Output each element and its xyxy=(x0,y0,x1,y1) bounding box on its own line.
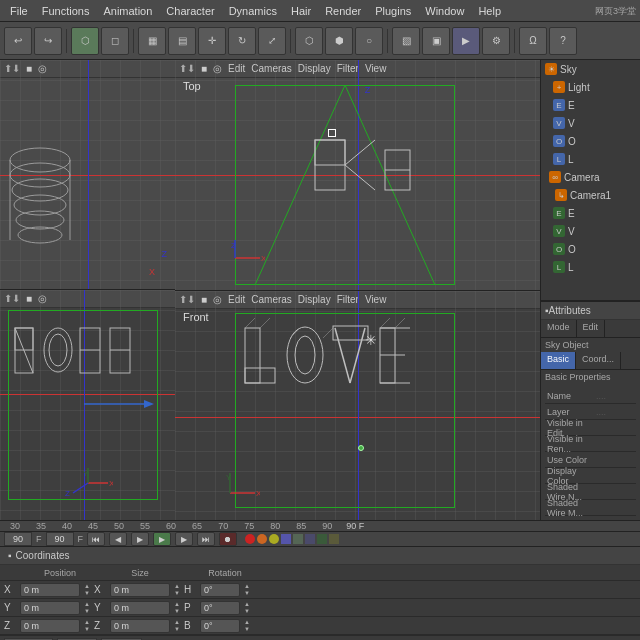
coord-z-pos-steps[interactable]: ▲▼ xyxy=(84,619,90,633)
coord-y-pos-steps[interactable]: ▲▼ xyxy=(84,601,90,615)
circle-sel-button[interactable]: ○ xyxy=(355,27,383,55)
btn-next-frame[interactable]: ▶ xyxy=(175,532,193,546)
xref-button[interactable]: Ω xyxy=(519,27,547,55)
coord-row-x: X ▲▼ X ▲▼ H ▲▼ xyxy=(0,581,640,599)
svg-point-3 xyxy=(14,195,66,215)
coord-x-size[interactable] xyxy=(110,583,170,597)
svg-line-30 xyxy=(345,165,375,190)
film-button[interactable]: ▦ xyxy=(138,27,166,55)
tree-item-l2[interactable]: L L xyxy=(541,258,640,276)
btn-play[interactable]: ▶ xyxy=(131,532,149,546)
help-button[interactable]: ? xyxy=(549,27,577,55)
frame-input-end[interactable] xyxy=(46,532,74,546)
coord-y-pos[interactable] xyxy=(20,601,80,615)
btn-record[interactable]: ⏺ xyxy=(219,532,237,546)
coord-x-size-steps[interactable]: ▲▼ xyxy=(174,583,180,597)
menu-file[interactable]: File xyxy=(4,3,34,19)
attr-subtab-coord[interactable]: Coord... xyxy=(576,352,621,369)
viewport-bottom-left[interactable]: ⬆⬇ ■ ◎ xyxy=(0,290,175,520)
tree-icon-v1: V xyxy=(553,117,565,129)
tree-item-light[interactable]: + Light xyxy=(541,78,640,96)
coord-z-rot[interactable] xyxy=(200,619,240,633)
axis-x-tl: X xyxy=(149,267,155,277)
axis-svg-tc: X Z xyxy=(205,238,265,273)
coord-z-pos[interactable] xyxy=(20,619,80,633)
tree-item-e2[interactable]: E E xyxy=(541,204,640,222)
coord-z-size[interactable] xyxy=(110,619,170,633)
coord-y-rot-steps[interactable]: ▲▼ xyxy=(244,601,250,615)
render-settings-button[interactable]: ⚙ xyxy=(482,27,510,55)
tree-item-sky[interactable]: ☀ Sky xyxy=(541,60,640,78)
btn-go-end[interactable]: ⏭ xyxy=(197,532,215,546)
tree-item-camera[interactable]: ∞ Camera xyxy=(541,168,640,186)
coord-y-size-steps[interactable]: ▲▼ xyxy=(174,601,180,615)
tree-label-sky: Sky xyxy=(560,64,577,75)
tree-item-camera1[interactable]: ↳ Camera1 xyxy=(541,186,640,204)
attr-key-layer: Layer xyxy=(547,407,592,417)
strip-button[interactable]: ▤ xyxy=(168,27,196,55)
move-button[interactable]: ✛ xyxy=(198,27,226,55)
status-dot-2 xyxy=(257,534,267,544)
transform-handle-bl[interactable] xyxy=(84,394,98,408)
timeline-frame-label: 90 F xyxy=(346,521,364,531)
coord-x-rot-steps[interactable]: ▲▼ xyxy=(244,583,250,597)
wireframe-tl xyxy=(0,60,175,290)
render-preview-button[interactable]: ▣ xyxy=(422,27,450,55)
menu-hair[interactable]: Hair xyxy=(285,3,317,19)
svg-line-42 xyxy=(350,328,365,383)
svg-rect-9 xyxy=(15,328,33,350)
coord-y-size[interactable] xyxy=(110,601,170,615)
menu-help[interactable]: Help xyxy=(472,3,507,19)
attr-tab-edit[interactable]: Edit xyxy=(577,320,606,337)
viewport-top-left[interactable]: ⬆⬇ ■ ◎ xyxy=(0,60,175,290)
btn-go-start[interactable]: ⏮ xyxy=(87,532,105,546)
frame-input-start[interactable] xyxy=(4,532,32,546)
menu-character[interactable]: Character xyxy=(160,3,220,19)
rotate-button[interactable]: ↻ xyxy=(228,27,256,55)
menu-animation[interactable]: Animation xyxy=(97,3,158,19)
attr-subtab-basic[interactable]: Basic xyxy=(541,352,576,369)
coord-z-rot-steps[interactable]: ▲▼ xyxy=(244,619,250,633)
tree-label-camera1: Camera1 xyxy=(570,190,611,201)
tree-item-v1[interactable]: V V xyxy=(541,114,640,132)
lasso-button[interactable]: ⬢ xyxy=(325,27,353,55)
coord-z-rot-label: B xyxy=(184,620,196,631)
svg-point-0 xyxy=(10,148,70,172)
scale-button[interactable]: ⤢ xyxy=(258,27,286,55)
status-box-1 xyxy=(281,534,291,544)
undo-button[interactable]: ↩ xyxy=(4,27,32,55)
object-button[interactable]: ⬡ xyxy=(71,27,99,55)
coord-x-pos-steps[interactable]: ▲▼ xyxy=(84,583,90,597)
select-button[interactable]: ⬡ xyxy=(295,27,323,55)
cube-button[interactable]: ◻ xyxy=(101,27,129,55)
viewport-top-center[interactable]: ⬆⬇ ■ ◎ Edit Cameras Display Filter View … xyxy=(175,60,540,291)
attr-key-name: Name xyxy=(547,391,592,401)
tree-item-e1[interactable]: E E xyxy=(541,96,640,114)
tree-item-v2[interactable]: V V xyxy=(541,222,640,240)
btn-prev-frame[interactable]: ◀ xyxy=(109,532,127,546)
basic-props-label: Basic Properties xyxy=(541,370,640,384)
menu-window[interactable]: Window xyxy=(419,3,470,19)
tree-item-o1[interactable]: O O xyxy=(541,132,640,150)
coord-x-pos[interactable] xyxy=(20,583,80,597)
redo-button[interactable]: ↪ xyxy=(34,27,62,55)
btn-play-fwd[interactable]: ▶ xyxy=(153,532,171,546)
attr-key-visible-ren: Visible in Ren... xyxy=(547,434,592,454)
tree-item-l1[interactable]: L L xyxy=(541,150,640,168)
attr-tab-mode[interactable]: Mode xyxy=(541,320,577,337)
render-region-button[interactable]: ▧ xyxy=(392,27,420,55)
timeline-num-80: 80 xyxy=(264,521,286,531)
attr-object-label: Sky Object xyxy=(541,338,640,352)
coord-y-rot[interactable] xyxy=(200,601,240,615)
menu-dynamics[interactable]: Dynamics xyxy=(223,3,283,19)
menu-render[interactable]: Render xyxy=(319,3,367,19)
center-panel: ⬆⬇ ■ ◎ Edit Cameras Display Filter View … xyxy=(175,60,540,520)
coord-z-size-steps[interactable]: ▲▼ xyxy=(174,619,180,633)
render-button[interactable]: ▶ xyxy=(452,27,480,55)
tree-item-o2[interactable]: O O xyxy=(541,240,640,258)
tree-label-o1: O xyxy=(568,136,576,147)
menu-plugins[interactable]: Plugins xyxy=(369,3,417,19)
menu-functions[interactable]: Functions xyxy=(36,3,96,19)
viewport-bottom-center[interactable]: ⬆⬇ ■ ◎ Edit Cameras Display Filter View … xyxy=(175,291,540,521)
coord-x-rot[interactable] xyxy=(200,583,240,597)
